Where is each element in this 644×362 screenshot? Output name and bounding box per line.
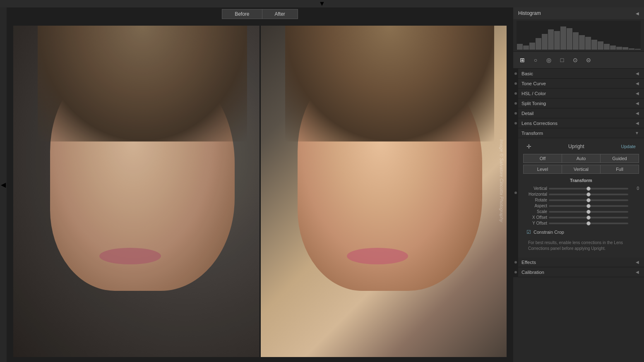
update-button[interactable]: Update <box>621 144 636 149</box>
hsl-arrow-icon: ◀ <box>636 91 639 96</box>
lens-corrections-row: Lens Corrections ◀ <box>513 118 644 128</box>
rotate-slider-track[interactable] <box>549 199 628 201</box>
basic-row: Basic ◀ <box>513 69 644 79</box>
left-panel-arrow-icon: ◀ <box>1 181 6 189</box>
effects-label: Effects <box>521 260 536 265</box>
rotate-slider-row: Rotate <box>523 198 639 202</box>
yoffset-slider-label: Y Offset <box>523 221 547 225</box>
transform-content: ✛ Upright Update Off Auto Guided Level V… <box>518 138 644 257</box>
vertical-slider-label: Vertical <box>523 186 547 191</box>
transform-arrow-icon: ▼ <box>635 131 639 135</box>
hsl-section[interactable]: HSL / Color ◀ <box>518 89 644 98</box>
target-tool-icon[interactable]: ◎ <box>543 54 555 66</box>
split-toning-row: Split Toning ◀ <box>513 98 644 108</box>
effects-indicator <box>513 257 518 267</box>
detail-indicator <box>513 108 518 118</box>
guided-button[interactable]: Guided <box>600 154 639 163</box>
vertical-slider-row: Vertical 0 <box>523 186 639 191</box>
transform-header[interactable]: Transform ▼ <box>518 128 644 138</box>
histogram-arrow-icon: ◀ <box>636 11 639 16</box>
after-label: After <box>262 9 298 19</box>
transform-row: Transform ▼ ✛ Upright Update Off Auto <box>513 128 644 257</box>
off-button[interactable]: Off <box>523 154 562 163</box>
calibration-label: Calibration <box>521 270 544 275</box>
upright-icon: ✛ <box>526 143 531 150</box>
basic-section[interactable]: Basic ◀ <box>518 69 644 79</box>
vertical-slider-value: 0 <box>630 186 639 191</box>
grid-tool-icon[interactable]: ⊞ <box>517 54 528 66</box>
after-photo <box>261 26 507 357</box>
constrain-crop-label: Constrain Crop <box>533 230 564 235</box>
basic-indicator <box>513 69 518 79</box>
aspect-slider-track[interactable] <box>549 205 628 207</box>
detail-label: Detail <box>521 111 533 116</box>
scale-slider-track[interactable] <box>549 211 628 213</box>
lens-corrections-section[interactable]: Lens Corrections ◀ <box>518 118 644 128</box>
histogram-section: Histogram ◀ <box>513 7 644 52</box>
horizontal-slider-label: Horizontal <box>523 192 547 197</box>
xoffset-slider-row: X Offset <box>523 215 639 220</box>
lens-corrections-indicator <box>513 118 518 128</box>
effects-section[interactable]: Effects ◀ <box>518 257 644 267</box>
xoffset-slider-label: X Offset <box>523 215 547 220</box>
left-panel-toggle[interactable]: ◀ <box>0 7 7 362</box>
yoffset-slider-track[interactable] <box>549 223 628 224</box>
split-toning-section[interactable]: Split Toning ◀ <box>518 98 644 108</box>
toggle-tool-icon[interactable]: ⊝ <box>583 54 594 66</box>
tone-curve-section[interactable]: Tone Curve ◀ <box>518 79 644 89</box>
effects-arrow-icon: ◀ <box>636 260 639 264</box>
aspect-slider-row: Aspect <box>523 204 639 208</box>
tone-curve-arrow-icon: ◀ <box>636 81 639 86</box>
ring-tool-icon[interactable]: ⊙ <box>570 54 581 66</box>
full-button[interactable]: Full <box>600 165 639 174</box>
transform-label: Transform <box>521 131 543 136</box>
lens-corrections-arrow-icon: ◀ <box>636 121 639 125</box>
scale-slider-label: Scale <box>523 209 547 214</box>
upright-buttons-row2: Level Vertical Full <box>523 165 639 174</box>
yoffset-slider-row: Y Offset <box>523 221 639 225</box>
split-toning-label: Split Toning <box>521 101 546 106</box>
tone-curve-row: Tone Curve ◀ <box>513 79 644 89</box>
calibration-row: Calibration ◀ <box>513 267 644 277</box>
after-photo-panel: Image © Salvatore Cincotta Photography <box>261 26 507 357</box>
effects-row: Effects ◀ <box>513 257 644 267</box>
hsl-row: HSL / Color ◀ <box>513 89 644 98</box>
top-arrow-icon: ▼ <box>319 0 325 7</box>
before-label: Before <box>222 9 262 19</box>
circle-tool-icon[interactable]: ○ <box>530 54 541 66</box>
aspect-slider-label: Aspect <box>523 204 547 208</box>
vertical-button[interactable]: Vertical <box>562 165 600 174</box>
horizontal-slider-track[interactable] <box>549 194 628 195</box>
histogram-header[interactable]: Histogram ◀ <box>513 7 644 19</box>
vertical-slider-track[interactable] <box>549 188 628 189</box>
square-tool-icon[interactable]: □ <box>556 54 568 66</box>
transform-indicator <box>513 128 518 257</box>
histogram-chart <box>517 21 641 50</box>
xoffset-slider-track[interactable] <box>549 217 628 218</box>
basic-label: Basic <box>521 71 533 76</box>
constrain-crop-row[interactable]: ☑ Constrain Crop <box>523 227 639 237</box>
auto-button[interactable]: Auto <box>562 154 600 163</box>
calibration-arrow-icon: ◀ <box>636 270 639 274</box>
detail-arrow-icon: ◀ <box>636 111 639 115</box>
lens-corrections-label: Lens Corrections <box>521 121 557 126</box>
transform-info-text: For best results, enable lens correction… <box>523 237 639 254</box>
histogram-label: Histogram <box>518 10 541 16</box>
transform-section-container: Transform ▼ ✛ Upright Update Off Auto <box>518 128 644 257</box>
tone-curve-label: Tone Curve <box>521 81 546 86</box>
horizontal-slider-row: Horizontal <box>523 192 639 197</box>
hsl-label: HSL / Color <box>521 91 546 96</box>
detail-row: Detail ◀ <box>513 108 644 118</box>
calibration-section[interactable]: Calibration ◀ <box>518 267 644 277</box>
calibration-indicator <box>513 267 518 277</box>
upright-label: Upright <box>531 144 621 149</box>
transform-subsection-title: Transform <box>523 178 639 183</box>
tone-curve-indicator <box>513 79 518 89</box>
basic-arrow-icon: ◀ <box>636 71 639 76</box>
before-after-bar: Before After <box>7 7 513 21</box>
split-toning-arrow-icon: ◀ <box>636 101 639 105</box>
level-button[interactable]: Level <box>523 165 562 174</box>
detail-section[interactable]: Detail ◀ <box>518 108 644 118</box>
top-bar: ▼ <box>0 0 644 7</box>
hsl-indicator <box>513 89 518 98</box>
